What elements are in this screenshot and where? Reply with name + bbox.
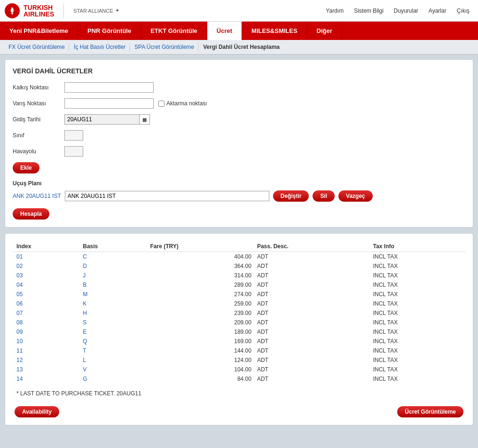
cikis-button[interactable]: Çıkış — [453, 6, 473, 16]
cell-index[interactable]: 06 — [13, 299, 79, 308]
cell-basis[interactable]: D — [79, 261, 146, 271]
tab-pnr-goruntule[interactable]: PNR Görüntüle — [78, 22, 141, 40]
yardim-button[interactable]: Yardım — [322, 6, 347, 16]
sub-tab-spa-ucret[interactable]: SPA Ücret Görüntüleme — [131, 43, 198, 51]
cell-tax: INCL TAX — [369, 365, 465, 374]
kalkis-row: Kalkış Noktası — [13, 82, 465, 93]
col-tax: Tax Info — [369, 241, 465, 252]
cell-index[interactable]: 02 — [13, 261, 79, 271]
form-panel: VERGİ DAHİL ÜCRETLER Kalkış Noktası Varı… — [5, 59, 473, 228]
sub-tab-vergi-dahil[interactable]: Vergi Dahil Ücret Hesaplama — [199, 43, 283, 51]
aktarma-label-text: Aktarma noktası — [166, 100, 207, 107]
sinif-label: Sınıf — [13, 132, 64, 139]
cell-index[interactable]: 12 — [13, 355, 79, 365]
airline-logo — [5, 3, 20, 18]
ucret-goruntuleme-button[interactable]: Ücret Görüntüleme — [397, 406, 463, 417]
aktarma-checkbox[interactable] — [158, 101, 165, 107]
aktarma-checkbox-label: Aktarma noktası — [158, 100, 207, 107]
calendar-button[interactable]: ▦ — [140, 114, 150, 125]
cell-index[interactable]: 11 — [13, 346, 79, 355]
cell-fare: 364.00 — [147, 261, 253, 271]
ekle-button[interactable]: Ekle — [13, 162, 39, 173]
cell-index[interactable]: 13 — [13, 365, 79, 374]
content-wrapper: VERGİ DAHİL ÜCRETLER Kalkış Noktası Varı… — [0, 55, 478, 430]
cell-basis[interactable]: T — [79, 346, 146, 355]
kalkis-label: Kalkış Noktası — [13, 84, 64, 91]
cell-tax: INCL TAX — [369, 327, 465, 337]
cell-index[interactable]: 08 — [13, 318, 79, 327]
col-pass: Pass. Desc. — [253, 241, 369, 252]
results-note: * LAST DATE TO PURCHASE TICKET. 20AUG11 — [13, 388, 465, 399]
cell-basis[interactable]: L — [79, 355, 146, 365]
kalkis-input[interactable] — [64, 82, 154, 93]
sub-tab-fx-ucret[interactable]: FX Ücret Görüntüleme — [5, 43, 69, 51]
cell-pass: ADT — [253, 365, 369, 374]
sub-tab-ic-hat[interactable]: İç Hat Basılı Ücretler — [70, 43, 130, 51]
cell-index[interactable]: 10 — [13, 337, 79, 346]
degistir-button[interactable]: Değiştir — [273, 190, 309, 202]
cell-pass: ADT — [253, 308, 369, 318]
cell-pass: ADT — [253, 346, 369, 355]
flight-plan-link[interactable]: ANK 20AUG11 IST — [13, 193, 61, 199]
vazgec-button[interactable]: Vazgeç — [338, 190, 373, 202]
table-row: 01 C 404.00 ADT INCL TAX — [13, 252, 465, 262]
cell-pass: ADT — [253, 327, 369, 337]
star-alliance-logo: STAR ALLIANCE ✦ — [73, 8, 119, 14]
hesapla-button[interactable]: Hesapla — [13, 208, 49, 220]
cell-basis[interactable]: Q — [79, 337, 146, 346]
tulip-icon — [8, 6, 17, 16]
sistem-bilgi-button[interactable]: Sistem Bilgi — [350, 6, 387, 16]
duyurular-button[interactable]: Duyurular — [390, 6, 422, 16]
tab-miles-smiles[interactable]: MILES&SMILES — [242, 22, 307, 40]
cell-pass: ADT — [253, 299, 369, 308]
table-row: 12 L 124.00 ADT INCL TAX — [13, 355, 465, 365]
varis-input[interactable] — [64, 98, 154, 109]
table-row: 04 B 289.00 ADT INCL TAX — [13, 280, 465, 290]
cell-basis[interactable]: H — [79, 308, 146, 318]
table-row: 08 S 209.00 ADT INCL TAX — [13, 318, 465, 327]
cell-fare: 239.00 — [147, 308, 253, 318]
cell-index[interactable]: 03 — [13, 271, 79, 280]
sil-button[interactable]: Sil — [313, 190, 335, 202]
cell-basis[interactable]: G — [79, 374, 146, 384]
giris-tarihi-input[interactable] — [64, 114, 140, 125]
cell-index[interactable]: 07 — [13, 308, 79, 318]
cell-index[interactable]: 04 — [13, 280, 79, 290]
flight-plan-input[interactable] — [65, 191, 269, 201]
cell-tax: INCL TAX — [369, 337, 465, 346]
cell-basis[interactable]: E — [79, 327, 146, 337]
main-nav: Yeni PNR&Biletleme PNR Görüntüle ETKT Gö… — [0, 22, 478, 40]
sinif-input[interactable] — [64, 130, 83, 141]
availability-button[interactable]: Availability — [15, 406, 59, 417]
cell-pass: ADT — [253, 261, 369, 271]
tab-ucret[interactable]: Ücret — [207, 22, 242, 40]
cell-basis[interactable]: B — [79, 280, 146, 290]
cell-basis[interactable]: S — [79, 318, 146, 327]
cell-basis[interactable]: C — [79, 252, 146, 262]
table-row: 03 J 314.00 ADT INCL TAX — [13, 271, 465, 280]
bottom-actions: Availability Ücret Görüntüleme — [13, 406, 465, 417]
cell-tax: INCL TAX — [369, 346, 465, 355]
col-index: Index — [13, 241, 79, 252]
table-row: 06 K 259.00 ADT INCL TAX — [13, 299, 465, 308]
cell-basis[interactable]: M — [79, 290, 146, 299]
cell-index[interactable]: 01 — [13, 252, 79, 262]
cell-pass: ADT — [253, 355, 369, 365]
havayolu-label: Havayolu — [13, 148, 64, 155]
cell-tax: INCL TAX — [369, 271, 465, 280]
cell-basis[interactable]: V — [79, 365, 146, 374]
varis-row: Varış Noktası Aktarma noktası — [13, 98, 465, 109]
ekle-row: Ekle — [13, 162, 465, 173]
tab-yeni-pnr[interactable]: Yeni PNR&Biletleme — [0, 22, 78, 40]
havayolu-input[interactable] — [64, 146, 83, 157]
tab-etkt-goruntule[interactable]: ETKT Görüntüle — [141, 22, 207, 40]
cell-index[interactable]: 05 — [13, 290, 79, 299]
cell-fare: 274.00 — [147, 290, 253, 299]
tab-diger[interactable]: Diğer — [307, 22, 342, 40]
cell-basis[interactable]: J — [79, 271, 146, 280]
cell-basis[interactable]: K — [79, 299, 146, 308]
cell-tax: INCL TAX — [369, 252, 465, 262]
cell-index[interactable]: 14 — [13, 374, 79, 384]
ayarlar-button[interactable]: Ayarlar — [425, 6, 450, 16]
cell-index[interactable]: 09 — [13, 327, 79, 337]
